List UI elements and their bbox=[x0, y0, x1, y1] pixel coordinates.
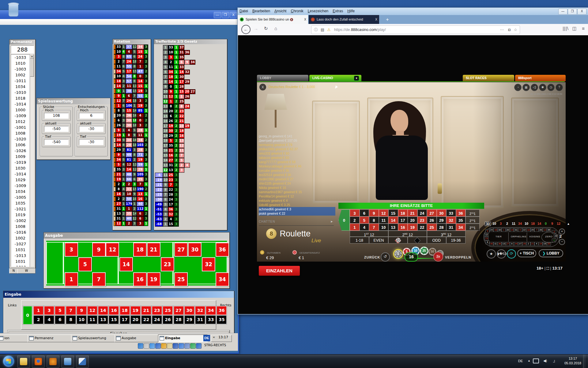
taskbar-tab-ausgabe[interactable]: Ausgabe bbox=[115, 335, 164, 342]
ausgabe-number[interactable]: 30 bbox=[188, 243, 202, 257]
eingabe-red-number[interactable]: 3 bbox=[44, 306, 55, 315]
bet-number-7[interactable]: 7 bbox=[369, 224, 379, 231]
bet-number-20[interactable]: 20 bbox=[408, 217, 417, 224]
bet-dozen[interactable]: 2ND 12 bbox=[388, 231, 427, 237]
bet-number-27[interactable]: 27 bbox=[427, 209, 437, 217]
track-number-24[interactable]: 24 bbox=[489, 228, 493, 232]
ausgabe-number[interactable]: 32 bbox=[202, 257, 215, 271]
shield-icon[interactable]: ◘ bbox=[508, 26, 511, 34]
track-number-27[interactable]: 27 bbox=[506, 242, 510, 246]
ausgabe-number[interactable]: 9 bbox=[92, 243, 106, 257]
track-section-orphelins[interactable]: ORPHELINS bbox=[511, 235, 526, 238]
minimize-button[interactable]: — bbox=[558, 9, 567, 15]
history-icon[interactable]: ◷ bbox=[547, 84, 555, 91]
autoplay-icon[interactable]: ⟳ bbox=[507, 249, 516, 259]
undo-label[interactable]: ZURÜCK bbox=[364, 255, 380, 259]
bet-number-26[interactable]: 26 bbox=[427, 217, 437, 224]
track-number-17[interactable]: 17 bbox=[518, 242, 522, 246]
scroll-thumb[interactable] bbox=[30, 59, 34, 77]
show-desktop-button[interactable] bbox=[583, 355, 586, 368]
ausgabe-number[interactable]: 14 bbox=[119, 257, 133, 271]
casino-tab-lobby[interactable]: LOBBY bbox=[257, 75, 308, 81]
bet-number-18[interactable]: 18 bbox=[398, 209, 408, 217]
track-number-13[interactable]: 13 bbox=[502, 242, 506, 246]
ausgabe-number[interactable]: 18 bbox=[133, 243, 147, 257]
field-value[interactable]: 108 bbox=[44, 113, 69, 119]
taskbar-tab-permanenz[interactable]: Permanenz bbox=[28, 335, 77, 342]
lobby-button[interactable]: ❯ LOBBY bbox=[539, 249, 563, 257]
track-number-33[interactable]: 33 bbox=[498, 228, 502, 232]
track-number-10[interactable]: 10 bbox=[484, 233, 488, 237]
eingabe-zero[interactable]: 0 bbox=[23, 306, 32, 325]
panel-title[interactable]: Permanenz bbox=[9, 40, 35, 44]
eingabe-red-number[interactable]: 7 bbox=[66, 306, 76, 315]
track-number-22[interactable]: 22 bbox=[522, 228, 526, 232]
bet-number-31[interactable]: 31 bbox=[446, 224, 456, 231]
bet-outside[interactable]: ODD bbox=[427, 237, 446, 243]
eingabe-red-number[interactable]: 18 bbox=[119, 306, 130, 315]
bet-outside[interactable]: 19-36 bbox=[446, 237, 466, 243]
track-number-28[interactable]: 28 bbox=[539, 228, 543, 232]
bet-dozen[interactable]: 3RD 12 bbox=[427, 231, 466, 237]
track-number-5[interactable]: 5 bbox=[485, 229, 489, 233]
network-icon[interactable]: ⣰ bbox=[553, 359, 556, 363]
track-number-16[interactable]: 16 bbox=[493, 228, 497, 232]
disc-icon[interactable] bbox=[144, 343, 149, 349]
eingabe-red-number[interactable]: 25 bbox=[162, 306, 173, 315]
eingabe-black-number[interactable]: 4 bbox=[44, 315, 55, 324]
permanenz-list[interactable]: -10331010-10031002-10111034-10101018-101… bbox=[11, 54, 30, 267]
eingabe-red-number[interactable]: 27 bbox=[173, 306, 184, 315]
back-button[interactable]: ← bbox=[241, 25, 251, 34]
bet-number-11[interactable]: 11 bbox=[379, 217, 389, 224]
track-section-tier[interactable]: TIER bbox=[496, 235, 502, 238]
bet-number-2[interactable]: 2 bbox=[350, 217, 360, 224]
track-number-30[interactable]: 30 bbox=[489, 242, 493, 246]
ausgabe-number[interactable]: 23 bbox=[161, 257, 174, 271]
track-number-20[interactable]: 20 bbox=[506, 228, 510, 232]
reload-button[interactable]: ↻ bbox=[264, 26, 268, 31]
field-value[interactable]: -30 bbox=[79, 126, 104, 132]
browser-tab[interactable]: Lass doch den Zufall entscheid X bbox=[309, 15, 379, 24]
eingabe-red-number[interactable]: 30 bbox=[184, 306, 195, 315]
eingabe-red-number[interactable]: 36 bbox=[216, 306, 227, 315]
arrow-down-icon[interactable] bbox=[196, 343, 202, 349]
start-button[interactable] bbox=[3, 356, 14, 367]
stream-close-icon[interactable]: X bbox=[259, 84, 266, 90]
audio-icon[interactable] bbox=[149, 343, 155, 349]
track-number-34[interactable]: 34 bbox=[514, 242, 518, 246]
page-actions-icon[interactable]: ⋯ bbox=[500, 26, 504, 34]
home-button[interactable]: ⌂ bbox=[274, 26, 277, 31]
eingabe-black-number[interactable]: 11 bbox=[87, 315, 98, 324]
double-icon[interactable]: 2x bbox=[433, 252, 443, 262]
tab-close-icon[interactable]: X bbox=[375, 15, 377, 24]
desktop-glass-icon[interactable] bbox=[9, 2, 18, 18]
track-number-7[interactable]: 7 bbox=[534, 228, 538, 232]
language-badge[interactable]: DE bbox=[203, 335, 210, 341]
bet-number-6[interactable]: 6 bbox=[360, 209, 369, 217]
casino-tab-888sport[interactable]: 888sport bbox=[515, 75, 566, 81]
minus-icon[interactable]: − bbox=[559, 239, 565, 245]
eingabe-black-number[interactable]: 33 bbox=[205, 315, 216, 324]
bet-outside[interactable]: 1 bbox=[388, 237, 408, 243]
eingabe-red-number[interactable]: 16 bbox=[108, 306, 119, 315]
layout-icon[interactable] bbox=[179, 343, 184, 349]
send-icon[interactable]: ➤ bbox=[330, 220, 333, 223]
bet-number-35[interactable]: 35 bbox=[456, 217, 466, 224]
field-value[interactable]: -540 bbox=[44, 139, 69, 145]
bet-number-23[interactable]: 23 bbox=[417, 217, 427, 224]
eingabe-black-number[interactable]: 28 bbox=[173, 315, 184, 324]
menu-datei[interactable]: Datei bbox=[239, 9, 248, 13]
close-button[interactable]: X bbox=[577, 9, 586, 15]
track-number-23[interactable]: 23 bbox=[484, 237, 488, 240]
eingabe-red-number[interactable]: 34 bbox=[205, 306, 216, 315]
bet-number-8[interactable]: 8 bbox=[369, 217, 379, 224]
bet-number-19[interactable]: 19 bbox=[408, 224, 417, 231]
track-number-14[interactable]: 14 bbox=[510, 228, 514, 232]
tab-close-icon[interactable]: X bbox=[354, 76, 359, 81]
bookmark-star-icon[interactable]: ☆ bbox=[514, 26, 517, 34]
menu-lesezeichen[interactable]: Lesezeichen bbox=[308, 9, 328, 13]
app-blue-icon[interactable] bbox=[61, 355, 74, 368]
track-section-voisins[interactable]: VOISINS bbox=[529, 235, 540, 238]
help-icon[interactable]: ? bbox=[556, 84, 563, 91]
eingabe-black-number[interactable]: 2 bbox=[33, 315, 44, 324]
